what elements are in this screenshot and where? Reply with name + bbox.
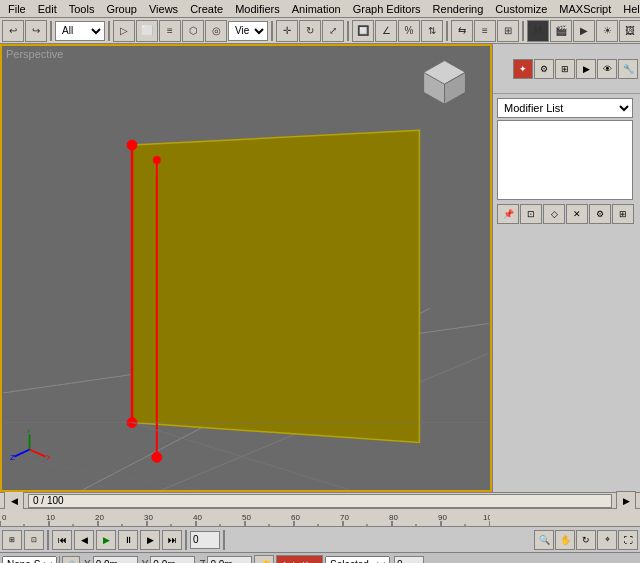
rect-select-btn[interactable]: ⬡ — [182, 20, 204, 42]
select-region-btn[interactable]: ⬜ — [136, 20, 158, 42]
toolbar: ↩ ↪ All ▷ ⬜ ≡ ⬡ ◎ View ✛ ↻ ⤢ 🔲 ∠ % ⇅ ⇆ ≡… — [0, 18, 640, 44]
modifier-stack — [497, 120, 633, 200]
pin-stack-btn[interactable]: 📌 — [497, 204, 519, 224]
timeline-left-btn[interactable]: ◀ — [4, 491, 24, 511]
go-to-end-btn[interactable]: ⏭ — [162, 530, 182, 550]
spinner-snap-btn[interactable]: ⇅ — [421, 20, 443, 42]
svg-text:60: 60 — [291, 513, 300, 522]
zoom-btn[interactable]: 🔍 — [534, 530, 554, 550]
material-editor-btn[interactable]: M — [527, 20, 549, 42]
hierarchy-tab-btn[interactable]: ⊞ — [555, 59, 575, 79]
menu-graph-editors[interactable]: Graph Editors — [347, 2, 427, 16]
stop-btn[interactable]: ⏸ — [118, 530, 138, 550]
prev-frame-btn[interactable]: ◀ — [74, 530, 94, 550]
z-input[interactable] — [207, 556, 252, 564]
redo-button[interactable]: ↪ — [25, 20, 47, 42]
svg-text:Z: Z — [10, 453, 15, 462]
none-se-dropdown[interactable]: None Se — [2, 556, 57, 564]
bottom-area: ◀ 0 / 100 ▶ 0 10 20 30 40 50 60 70 — [0, 492, 640, 563]
render-frame-btn[interactable]: 🖼 — [619, 20, 640, 42]
svg-marker-3 — [132, 130, 419, 442]
maximize-btn[interactable]: ⛶ — [618, 530, 638, 550]
x-input[interactable] — [93, 556, 138, 564]
menu-tools[interactable]: Tools — [63, 2, 101, 16]
make-unique-btn[interactable]: ◇ — [543, 204, 565, 224]
playback-time-input[interactable] — [394, 556, 424, 564]
scale-tool-btn[interactable]: ⤢ — [322, 20, 344, 42]
utilities-tab-btn[interactable]: 🔧 — [618, 59, 638, 79]
pan-btn[interactable]: ✋ — [555, 530, 575, 550]
next-frame-btn[interactable]: ▶ — [140, 530, 160, 550]
viewport[interactable]: Perspective — [0, 44, 492, 492]
svg-point-9 — [153, 156, 161, 164]
active-shade-btn[interactable]: ☀ — [596, 20, 618, 42]
quick-render-btn[interactable]: ▶ — [573, 20, 595, 42]
menu-customize[interactable]: Customize — [489, 2, 553, 16]
angle-snap-btn[interactable]: ∠ — [375, 20, 397, 42]
menu-group[interactable]: Group — [100, 2, 143, 16]
orbit-btn[interactable]: ↻ — [576, 530, 596, 550]
menu-modifiers[interactable]: Modifiers — [229, 2, 286, 16]
menu-file[interactable]: File — [2, 2, 32, 16]
select-by-name-btn[interactable]: ≡ — [159, 20, 181, 42]
selected-dropdown[interactable]: Selected — [325, 556, 390, 564]
sep — [47, 530, 49, 550]
render-setup-btn[interactable]: 🎬 — [550, 20, 572, 42]
timeline-scroll: ◀ 0 / 100 ▶ — [0, 493, 640, 509]
cube-gizmo[interactable] — [420, 56, 470, 106]
current-frame-input[interactable] — [190, 531, 220, 549]
right-panel-toolbar: ✦ ⚙ ⊞ ▶ 👁 🔧 — [493, 44, 640, 94]
menu-animation[interactable]: Animation — [286, 2, 347, 16]
menu-maxscript[interactable]: MAXScript — [553, 2, 617, 16]
menu-views[interactable]: Views — [143, 2, 184, 16]
rotate-tool-btn[interactable]: ↻ — [299, 20, 321, 42]
undo-button[interactable]: ↩ — [2, 20, 24, 42]
mini-player-btn1[interactable]: ⊞ — [2, 530, 22, 550]
go-to-start-btn[interactable]: ⏮ — [52, 530, 72, 550]
ruler-row: 0 10 20 30 40 50 60 70 80 90 100 — [0, 509, 640, 527]
move-tool-btn[interactable]: ✛ — [276, 20, 298, 42]
percent-snap-btn[interactable]: % — [398, 20, 420, 42]
align-btn[interactable]: ≡ — [474, 20, 496, 42]
menu-help[interactable]: Help — [617, 2, 640, 16]
svg-point-5 — [127, 140, 137, 150]
separator4 — [347, 21, 349, 41]
remove-modifier-btn[interactable]: ✕ — [566, 204, 588, 224]
show-end-result-btn[interactable]: ⊡ — [520, 204, 542, 224]
play-btn[interactable]: ▶ — [96, 530, 116, 550]
motion-tab-btn[interactable]: ▶ — [576, 59, 596, 79]
menu-bar: File Edit Tools Group Views Create Modif… — [0, 0, 640, 18]
modifier-list-area: Modifier List 📌 ⊡ ◇ ✕ ⚙ ⊞ — [493, 94, 640, 228]
extra-btn[interactable]: ⊞ — [612, 204, 634, 224]
controls-row: ⊞ ⊡ ⏮ ◀ ▶ ⏸ ▶ ⏭ 🔍 ✋ ↻ ⌖ ⛶ — [0, 527, 640, 553]
mini-player-btn2[interactable]: ⊡ — [24, 530, 44, 550]
timeline-right-btn[interactable]: ▶ — [616, 491, 636, 511]
svg-text:70: 70 — [340, 513, 349, 522]
timeline-counter: 0 / 100 — [29, 495, 64, 506]
svg-line-17 — [14, 450, 29, 457]
field-of-view-btn[interactable]: ⌖ — [597, 530, 617, 550]
selection-filter-dropdown[interactable]: All — [55, 21, 105, 41]
menu-create[interactable]: Create — [184, 2, 229, 16]
sep — [59, 556, 60, 564]
lock-selection-btn[interactable]: 🔒 — [62, 556, 80, 564]
fields-row: None Se 🔒 X Y Z 🔑 Auto Key Selected — [0, 553, 640, 563]
modify-tab-btn[interactable]: ⚙ — [534, 59, 554, 79]
create-tab-btn[interactable]: ✦ — [513, 59, 533, 79]
view-dropdown[interactable]: View — [228, 21, 268, 41]
menu-edit[interactable]: Edit — [32, 2, 63, 16]
auto-key-btn[interactable]: Auto Key — [276, 555, 323, 564]
key-btn[interactable]: 🔑 — [254, 555, 274, 564]
mirror-btn[interactable]: ⇆ — [451, 20, 473, 42]
circle-select-btn[interactable]: ◎ — [205, 20, 227, 42]
svg-text:0: 0 — [2, 513, 7, 522]
display-tab-btn[interactable]: 👁 — [597, 59, 617, 79]
y-input[interactable] — [150, 556, 195, 564]
snap-btn[interactable]: 🔲 — [352, 20, 374, 42]
menu-rendering[interactable]: Rendering — [427, 2, 490, 16]
select-tool-btn[interactable]: ▷ — [113, 20, 135, 42]
timeline-track[interactable]: 0 / 100 — [28, 494, 612, 508]
modifier-list-dropdown[interactable]: Modifier List — [497, 98, 633, 118]
layer-btn[interactable]: ⊞ — [497, 20, 519, 42]
configure-btn[interactable]: ⚙ — [589, 204, 611, 224]
